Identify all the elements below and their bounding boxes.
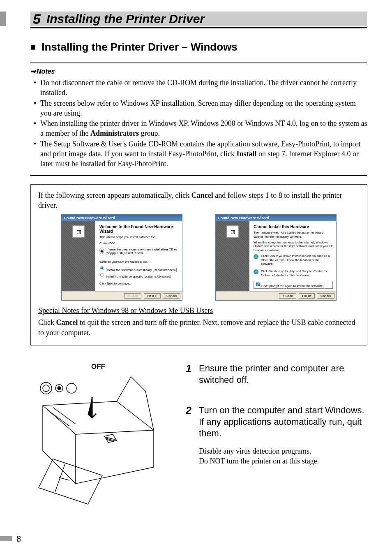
checkbox-label: Don't prompt me again to install this so… xyxy=(261,284,324,288)
dialog-continue-text: Click Next to continue. xyxy=(99,282,179,285)
dialog-title: Found New Hardware Wizard xyxy=(216,215,336,221)
info-icon: i xyxy=(254,254,258,259)
hardware-icon: ⧈ xyxy=(72,225,85,238)
dialog-device-name: Canon i560 xyxy=(99,241,179,245)
dialog-cd-instruction: If your hardware came with an installati… xyxy=(106,248,179,255)
dialog-heading: Cannot Install this Hardware xyxy=(254,225,333,229)
back-button[interactable]: < Back xyxy=(124,293,142,299)
radio-install-specific[interactable] xyxy=(100,273,104,277)
svg-point-3 xyxy=(58,387,61,390)
dialog-question: What do you want the wizard to do? xyxy=(99,260,179,264)
finish-button[interactable]: Finish xyxy=(299,293,315,299)
dont-prompt-checkbox[interactable] xyxy=(256,283,260,286)
dialog-tip: Click Finish to go to Help and Support C… xyxy=(261,269,333,277)
notes-heading: Notes xyxy=(37,68,55,75)
section-title: Installing the Printer Driver – Windows xyxy=(42,41,238,53)
callout-sentence: If the following screen appears automati… xyxy=(38,190,360,211)
dialog-text: This wizard helps you install software f… xyxy=(99,235,179,239)
notes-block: ➡Notes Do not disconnect the cable or re… xyxy=(30,63,367,176)
off-label: OFF xyxy=(30,363,166,371)
svg-point-1 xyxy=(43,385,49,392)
dialog-text: When this computer connects to the Inter… xyxy=(254,241,333,252)
chapter-number: 5 xyxy=(33,11,41,27)
step-subtext: Do NOT turn the printer on at this stage… xyxy=(199,456,367,466)
note-item: Do not disconnect the cable or remove th… xyxy=(34,78,367,98)
radio-install-auto[interactable] xyxy=(100,266,104,270)
svg-point-0 xyxy=(40,382,52,394)
hardware-icon: ⧈ xyxy=(226,225,239,238)
printer-illustration xyxy=(30,373,166,512)
section-bullet-icon: ■ xyxy=(30,42,36,53)
step-text: Ensure the printer and computer are swit… xyxy=(199,363,367,386)
special-notes-body: Click Cancel to quit the screen and turn… xyxy=(38,317,360,338)
step-1: 1 Ensure the printer and computer are sw… xyxy=(186,363,367,392)
notes-arrow-icon: ➡ xyxy=(30,68,36,75)
found-new-hardware-wizard-welcome: Found New Hardware Wizard ⧈ Welcome to t… xyxy=(61,214,182,301)
cd-icon: ◉ xyxy=(99,248,104,254)
step-subtext: Disable any virus detection programs. xyxy=(199,446,367,456)
dialog-tip: Click Back if you have installation medi… xyxy=(261,254,333,266)
dialog-heading: Welcome to the Found New Hardware Wizard xyxy=(99,225,179,234)
help-icon: ? xyxy=(254,269,258,274)
cancel-button[interactable]: Cancel xyxy=(163,293,180,299)
special-notes-heading: Special Notes for Windows 98 or Windows … xyxy=(38,306,360,315)
svg-point-4 xyxy=(67,383,76,393)
dialog-title: Found New Hardware Wizard xyxy=(62,215,182,221)
chapter-header: 5 Installing the Printer Driver xyxy=(30,12,367,28)
note-item: The Setup Software & User's Guide CD-ROM… xyxy=(34,139,367,169)
back-button[interactable]: < Back xyxy=(279,293,297,299)
step-2: 2 Turn on the computer and start Windows… xyxy=(186,405,367,466)
page-number: 8 xyxy=(16,534,21,544)
step-text: Turn on the computer and start Windows. … xyxy=(199,405,367,439)
next-button[interactable]: Next > xyxy=(144,293,161,299)
radio-label-install-auto: Install the software automatically (Reco… xyxy=(106,268,177,272)
radio-label-install-specific: Install from a list or specific location… xyxy=(106,275,171,278)
step-number: 1 xyxy=(186,363,199,392)
note-item: The screens below refer to Windows XP in… xyxy=(34,98,367,118)
section-heading: ■ Installing the Printer Driver – Window… xyxy=(30,41,367,53)
chapter-title: Installing the Printer Driver xyxy=(46,12,205,26)
note-item: When installing the printer driver in Wi… xyxy=(34,118,367,139)
callout-box: If the following screen appears automati… xyxy=(30,184,367,345)
step-number: 2 xyxy=(186,405,199,466)
found-new-hardware-wizard-cannot-install: Found New Hardware Wizard ⧈ Cannot Insta… xyxy=(215,214,337,301)
cancel-button[interactable]: Cancel xyxy=(317,293,334,299)
dialog-text: The hardware was not installed because t… xyxy=(254,231,333,239)
